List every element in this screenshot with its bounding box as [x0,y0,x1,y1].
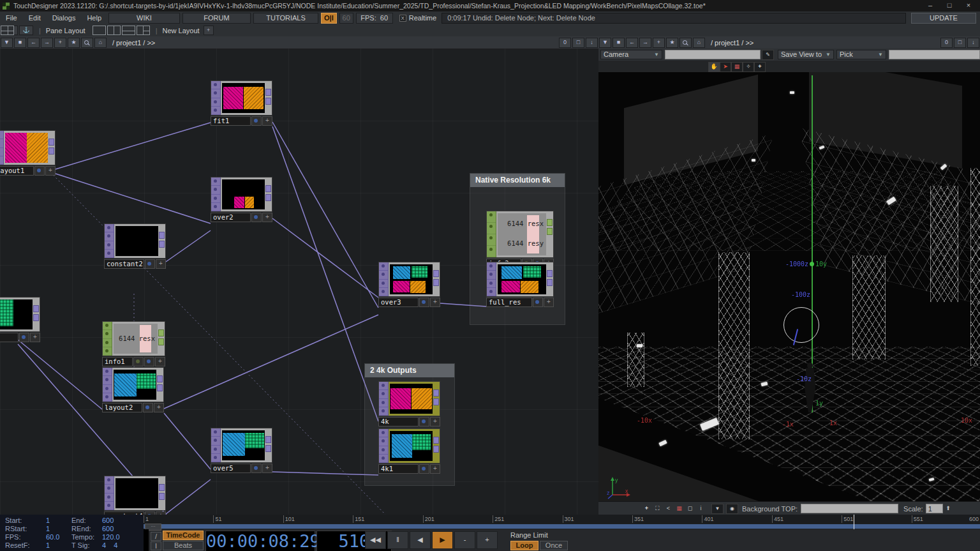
camera-link-icon[interactable]: ✎ [762,50,774,60]
loop-button[interactable]: Loop [510,541,538,550]
wire-icon[interactable]: < [664,504,673,513]
node-label[interactable]: over2 [211,213,251,222]
timecode-mode-button[interactable]: TimeCode [163,531,204,540]
camera-move-icon[interactable]: ⛶ [653,504,662,513]
expand-flag[interactable]: + [544,298,554,307]
menu-file[interactable]: File [0,14,23,22]
background-top-field[interactable] [801,504,898,513]
expand-flag[interactable]: + [45,166,56,176]
i-mode-button[interactable]: I [151,541,161,550]
viewer-flag[interactable] [251,116,262,126]
node-constant4[interactable]: constant4+ [104,476,166,515]
node-label[interactable]: fit1 [211,116,251,126]
add-operator-icon[interactable]: + [54,38,66,48]
viewer-flag[interactable] [419,298,429,307]
realtime-checkbox[interactable]: X [399,15,406,22]
node-4k1[interactable]: 4k1+ [378,428,440,474]
viewer-flag[interactable] [251,464,262,473]
pane-maximize-icon[interactable]: □ [572,38,584,48]
nav-back-icon[interactable]: ← [626,38,638,48]
pick-target-field[interactable] [889,50,980,59]
viewer-flag[interactable] [19,333,29,342]
language-flag[interactable] [133,357,144,366]
node-label[interactable]: info1 [102,357,133,366]
pane-menu-icon[interactable]: ▼ [1,38,13,48]
jump-start-button[interactable]: ◀◀ [365,531,386,549]
node-label[interactable]: over5 [211,464,251,473]
pick-select[interactable]: Pick▼ [836,50,886,59]
wiki-button[interactable]: WIKI [108,13,180,24]
projector-icon[interactable]: ▦ [674,504,684,513]
expand-flag[interactable]: + [430,417,440,426]
timeline-ruler[interactable]: 151101151201251301351401451501551600 [144,515,980,524]
cube-icon[interactable]: ◻ [685,504,695,513]
speed-plus-button[interactable]: + [477,531,498,549]
network-canvas[interactable]: Native Resolution 6k 2 4k Outputs layout… [0,49,598,515]
slash-mode-button[interactable]: / [151,532,161,541]
camera-select[interactable]: Camera▼ [600,50,662,59]
viewer-flag[interactable] [145,259,155,269]
node-over3[interactable]: over3+ [378,262,440,307]
viewer-flag[interactable] [419,417,429,426]
tempo-value[interactable]: 120.0 [102,533,120,541]
node-fit1[interactable]: fit1+ [211,80,272,126]
viewer-flag[interactable] [419,464,429,474]
add-icon[interactable]: + [642,504,651,513]
expand-flag[interactable]: + [30,333,40,342]
bone-tool-icon[interactable]: ✧ [743,62,754,72]
pane-split-icon[interactable]: ↓ [967,38,979,48]
add-view-icon[interactable]: + [754,62,766,72]
node-over2[interactable]: over2+ [211,177,272,222]
forum-button[interactable]: FORUM [182,13,251,24]
node-layout1[interactable]: layout1+ [0,130,56,176]
close-button[interactable]: × [960,1,977,10]
nav-back-icon[interactable]: ← [27,38,40,48]
node-info2[interactable]: 6144 resx 6144 resy info2+ [486,211,554,268]
node-over5[interactable]: over5+ [211,428,272,473]
node-label[interactable] [0,333,19,342]
node-label[interactable]: 4k1 [378,464,419,474]
scale-slider-icon[interactable]: ⬆ [944,504,953,513]
timeline-range-bar[interactable]: ··· [144,524,980,529]
playhead[interactable] [854,515,854,529]
node-label[interactable]: over3 [378,298,419,307]
expand-flag[interactable]: + [262,213,272,222]
menu-help[interactable]: Help [81,14,107,22]
node-full_res[interactable]: full_res+ [486,262,554,307]
expand-flag[interactable]: + [154,403,164,412]
rstart-value[interactable]: 1 [46,525,50,533]
expand-flag[interactable]: + [430,298,440,307]
expand-flag[interactable]: + [430,464,440,474]
end-value[interactable]: 600 [102,517,114,525]
node-label[interactable]: 4k [378,417,419,426]
scale-field[interactable]: 1 [926,504,943,513]
search-icon[interactable] [81,38,93,48]
snapshot-camera-icon[interactable]: ◉ [726,504,738,514]
search-icon[interactable] [679,38,692,48]
pan-hand-icon[interactable]: ✋ [708,62,720,72]
menu-edit[interactable]: Edit [23,14,47,22]
speed-minus-button[interactable]: - [454,531,475,549]
menu-dialogs[interactable]: Dialogs [47,14,82,22]
bookmark-icon[interactable]: ★ [666,38,678,48]
stop-icon[interactable]: ■ [612,38,625,48]
expand-flag[interactable]: + [262,464,272,473]
viewer-flag[interactable] [251,213,262,222]
node-4k[interactable]: 4k+ [378,381,440,426]
range-fill[interactable] [144,524,980,529]
comment-title[interactable]: 2 4k Outputs [365,364,454,377]
network-breadcrumb[interactable]: / project1 / >> [112,39,558,47]
viewer-flag[interactable] [533,298,543,307]
play-button[interactable]: ▶ [432,531,453,549]
fps-value[interactable]: 60.0 [46,533,59,541]
timecode-display[interactable]: 00:00:08:29 [205,531,315,551]
pane-split-icon[interactable]: ↓ [586,38,598,48]
display-options-dropdown[interactable]: ▼ [711,504,724,514]
oi-toggle[interactable]: O|I [321,13,337,24]
minimize-button[interactable]: – [921,1,939,10]
node-info1[interactable]: 6144 resx info1+ [102,321,165,366]
layout-quad-button[interactable] [1,26,14,35]
info-icon[interactable]: i [696,504,706,513]
home-icon[interactable]: ⌂ [94,38,107,48]
comment-title[interactable]: Native Resolution 6k [470,174,565,187]
